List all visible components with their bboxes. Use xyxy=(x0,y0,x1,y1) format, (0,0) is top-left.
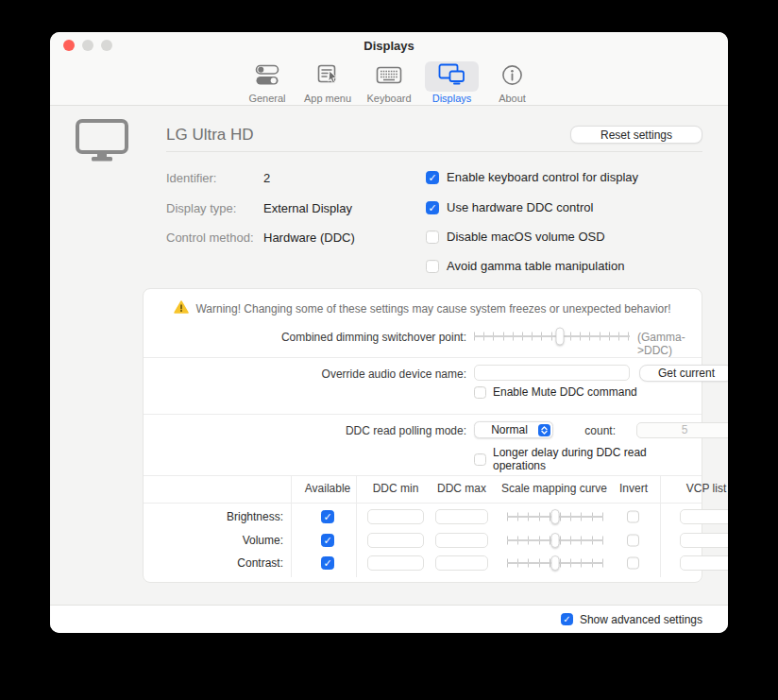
header-divider xyxy=(166,151,702,152)
volume-vcp-input[interactable] xyxy=(680,533,728,548)
checkbox-label: Enable Mute DDC command xyxy=(493,385,637,399)
display-type-label: Display type: xyxy=(166,201,261,215)
app-menu-icon xyxy=(315,64,340,90)
option-row: Disable macOS volume OSD xyxy=(426,230,605,244)
keyboard-control-checkbox[interactable] xyxy=(426,171,439,184)
table-row-contrast: Contrast: xyxy=(144,553,702,573)
divider xyxy=(144,357,702,358)
mute-ddc-row: Enable Mute DDC command xyxy=(474,385,637,399)
option-row: Use hardware DDC control xyxy=(426,200,593,214)
polling-mode-label: DDC read polling mode: xyxy=(144,424,466,437)
toolbar-item-displays[interactable]: Displays xyxy=(425,61,479,104)
brightness-invert-checkbox[interactable] xyxy=(627,511,639,523)
window-title: Displays xyxy=(50,32,728,59)
table-row-brightness: Brightness: xyxy=(144,506,702,527)
warning-icon xyxy=(174,300,189,317)
control-method-label: Control method: xyxy=(166,230,261,245)
toolbar-item-app-menu[interactable]: App menu xyxy=(302,61,353,104)
volume-available-checkbox[interactable] xyxy=(321,534,334,547)
divider xyxy=(144,475,702,476)
slider-thumb[interactable] xyxy=(551,533,560,548)
keyboard-icon xyxy=(376,65,402,89)
toolbar-label: Displays xyxy=(432,93,472,104)
brightness-curve-slider[interactable] xyxy=(507,509,603,524)
warning-text: Warning! Changing some of these settings… xyxy=(195,302,670,316)
slider-thumb[interactable] xyxy=(551,509,560,524)
column-header-ddc-min: DDC min xyxy=(358,482,433,495)
count-field: 5 xyxy=(636,422,728,438)
toolbar-item-about[interactable]: About xyxy=(488,61,536,104)
divider xyxy=(144,414,702,415)
displays-pane: LG Ultra HD Reset settings Identifier: 2… xyxy=(50,106,728,605)
longer-delay-row: Longer delay during DDC read operations xyxy=(474,446,702,472)
advanced-settings-card: Warning! Changing some of these settings… xyxy=(143,288,702,583)
volume-ddc-min-input[interactable] xyxy=(367,533,424,548)
row-label: Volume: xyxy=(144,534,283,547)
toolbar-label: About xyxy=(499,93,526,104)
checkbox-label: Enable keyboard control for display xyxy=(447,170,638,184)
column-header-vcp: VCP list xyxy=(668,482,728,495)
contrast-ddc-max-input[interactable] xyxy=(435,555,488,571)
contrast-available-checkbox[interactable] xyxy=(321,556,334,570)
row-label: Brightness: xyxy=(144,510,283,523)
display-name: LG Ultra HD xyxy=(166,126,254,145)
brightness-vcp-input[interactable] xyxy=(680,509,728,524)
contrast-vcp-input[interactable] xyxy=(680,555,728,571)
toolbar-label: General xyxy=(248,93,285,104)
dimming-suffix: (Gamma->DDC) xyxy=(637,331,702,357)
toolbar-label: App menu xyxy=(304,93,351,104)
control-method-value: Hardware (DDC) xyxy=(263,230,355,245)
brightness-available-checkbox[interactable] xyxy=(321,510,334,523)
displays-icon xyxy=(438,63,465,90)
hardware-ddc-checkbox[interactable] xyxy=(426,201,439,214)
checkbox-label: Use hardware DDC control xyxy=(447,200,593,214)
info-icon xyxy=(501,64,523,90)
column-header-available: Available xyxy=(290,482,365,495)
show-advanced-checkbox[interactable] xyxy=(561,613,573,625)
brightness-ddc-max-input[interactable] xyxy=(435,509,488,524)
identifier-value: 2 xyxy=(263,171,270,185)
checkbox-label: Disable macOS volume OSD xyxy=(447,230,605,244)
toolbar-item-keyboard[interactable]: Keyboard xyxy=(363,61,415,104)
display-type-value: External Display xyxy=(263,201,352,215)
slider-thumb[interactable] xyxy=(551,555,560,571)
preferences-window: Displays General xyxy=(50,32,728,633)
audio-name-input[interactable] xyxy=(474,365,630,381)
dimming-label: Combined dimming switchover point: xyxy=(144,331,466,344)
checkbox-label: Avoid gamma table manipulation xyxy=(447,259,624,273)
checkbox-label: Longer delay during DDC read operations xyxy=(493,446,702,472)
contrast-invert-checkbox[interactable] xyxy=(627,557,639,570)
reset-settings-button[interactable]: Reset settings xyxy=(570,126,702,144)
avoid-gamma-checkbox[interactable] xyxy=(426,260,439,273)
volume-curve-slider[interactable] xyxy=(507,533,603,548)
monitor-icon xyxy=(76,119,128,166)
option-row: Enable keyboard control for display xyxy=(426,170,638,184)
brightness-ddc-min-input[interactable] xyxy=(367,509,424,524)
contrast-ddc-min-input[interactable] xyxy=(367,555,424,571)
option-row: Avoid gamma table manipulation xyxy=(426,259,624,273)
toolbar: General App menu xyxy=(50,59,728,106)
audio-name-label: Override audio device name: xyxy=(144,367,466,381)
contrast-curve-slider[interactable] xyxy=(507,555,603,571)
count-label: count: xyxy=(521,424,616,437)
toolbar-label: Keyboard xyxy=(366,93,411,104)
longer-delay-checkbox[interactable] xyxy=(474,453,486,466)
title-bar: Displays xyxy=(50,32,728,59)
mute-ddc-checkbox[interactable] xyxy=(474,386,486,399)
dimming-slider[interactable] xyxy=(474,328,630,345)
toolbar-item-general[interactable]: General xyxy=(242,61,293,104)
warning-row: Warning! Changing some of these settings… xyxy=(144,300,702,317)
identifier-label: Identifier: xyxy=(166,171,261,185)
disable-osd-checkbox[interactable] xyxy=(426,230,439,244)
row-label: Contrast: xyxy=(144,556,283,570)
toggles-icon xyxy=(255,64,279,90)
slider-thumb[interactable] xyxy=(555,328,564,346)
table-row-volume: Volume: xyxy=(144,530,702,551)
divider xyxy=(144,503,702,504)
volume-invert-checkbox[interactable] xyxy=(627,535,639,547)
volume-ddc-max-input[interactable] xyxy=(435,533,488,548)
footer-bar: Show advanced settings xyxy=(50,605,728,633)
checkbox-label: Show advanced settings xyxy=(580,613,702,626)
get-current-button[interactable]: Get current xyxy=(639,365,728,382)
